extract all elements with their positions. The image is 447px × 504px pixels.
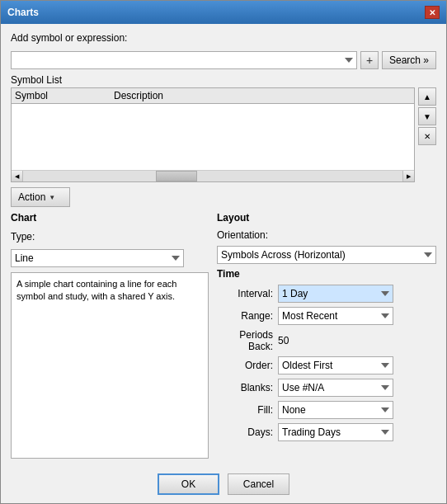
action-label: Action bbox=[18, 191, 45, 203]
chart-section-title: Chart bbox=[11, 212, 209, 224]
range-label: Range: bbox=[217, 310, 273, 322]
blanks-label: Blanks: bbox=[217, 382, 273, 393]
symbol-list-section: Symbol List Symbol Description ◀ ▶ bbox=[11, 74, 436, 182]
scroll-thumb[interactable] bbox=[156, 171, 197, 181]
chart-description: A simple chart containing a line for eac… bbox=[11, 272, 209, 459]
chart-type-select[interactable]: Line bbox=[11, 249, 184, 267]
symbol-list-area: Symbol Description ◀ ▶ ▲ ▼ ✕ bbox=[11, 87, 436, 182]
search-button[interactable]: Search » bbox=[382, 51, 436, 69]
chart-type-select-row: Line bbox=[11, 249, 209, 267]
layout-section: Layout Orientation: Symbols Across (Hori… bbox=[217, 212, 436, 264]
cancel-button[interactable]: Cancel bbox=[228, 473, 289, 495]
add-symbol-label: Add symbol or expression: bbox=[11, 32, 436, 44]
fill-select[interactable]: None bbox=[278, 401, 393, 419]
interval-label: Interval: bbox=[217, 288, 273, 299]
layout-title: Layout bbox=[217, 212, 436, 224]
close-button[interactable]: ✕ bbox=[425, 6, 440, 19]
ok-button[interactable]: OK bbox=[158, 473, 219, 495]
interval-row: Interval: 1 Day bbox=[217, 285, 436, 303]
days-label: Days: bbox=[217, 426, 273, 438]
chart-section: Chart Type: Line A simple chart containi… bbox=[11, 212, 209, 459]
symbol-list-label: Symbol List bbox=[11, 74, 436, 86]
action-button-area: Action ▼ bbox=[11, 187, 436, 207]
fill-label: Fill: bbox=[217, 404, 273, 416]
move-down-button[interactable]: ▼ bbox=[418, 107, 436, 125]
scroll-track[interactable] bbox=[23, 171, 402, 181]
scroll-right-arrow[interactable]: ▶ bbox=[402, 171, 414, 182]
horizontal-scrollbar[interactable]: ◀ ▶ bbox=[12, 170, 414, 181]
action-arrow-icon: ▼ bbox=[49, 194, 55, 201]
range-row: Range: Most Recent bbox=[217, 307, 436, 325]
periods-value: 50 bbox=[278, 335, 289, 346]
interval-select[interactable]: 1 Day bbox=[278, 285, 393, 303]
blanks-row: Blanks: Use #N/A bbox=[217, 379, 436, 397]
orientation-label: Orientation: bbox=[217, 229, 436, 241]
main-content: Add symbol or expression: + Search » Sym… bbox=[1, 24, 446, 467]
action-button[interactable]: Action ▼ bbox=[11, 187, 70, 207]
days-select[interactable]: Trading Days bbox=[278, 423, 393, 441]
symbol-expression-input[interactable] bbox=[11, 51, 357, 69]
bottom-bar: OK Cancel bbox=[1, 467, 446, 503]
chart-type-label: Type: bbox=[11, 231, 35, 243]
symbol-column-header: Symbol bbox=[15, 90, 114, 101]
range-select[interactable]: Most Recent bbox=[278, 307, 393, 325]
chart-type-row: Type: bbox=[11, 231, 209, 243]
order-row: Order: Oldest First bbox=[217, 356, 436, 374]
add-symbol-row: + Search » bbox=[11, 51, 436, 69]
window-title: Charts bbox=[7, 7, 39, 18]
time-section: Time Interval: 1 Day Range: Most Recent bbox=[217, 268, 436, 443]
list-side-buttons: ▲ ▼ ✕ bbox=[418, 87, 436, 182]
two-column-section: Chart Type: Line A simple chart containi… bbox=[11, 212, 436, 459]
order-label: Order: bbox=[217, 360, 273, 371]
add-plus-button[interactable]: + bbox=[360, 51, 379, 69]
title-bar: Charts ✕ bbox=[1, 1, 446, 24]
days-row: Days: Trading Days bbox=[217, 423, 436, 441]
move-up-button[interactable]: ▲ bbox=[418, 87, 436, 106]
orientation-select[interactable]: Symbols Across (Horizontal) bbox=[217, 246, 436, 264]
charts-dialog: Charts ✕ Add symbol or expression: + Sea… bbox=[0, 0, 447, 504]
time-title: Time bbox=[217, 268, 436, 280]
order-select[interactable]: Oldest First bbox=[278, 356, 393, 374]
scroll-left-arrow[interactable]: ◀ bbox=[12, 171, 23, 182]
fill-row: Fill: None bbox=[217, 401, 436, 419]
blanks-select[interactable]: Use #N/A bbox=[278, 379, 393, 397]
symbol-table: Symbol Description ◀ ▶ bbox=[11, 87, 415, 182]
delete-button[interactable]: ✕ bbox=[418, 127, 436, 145]
table-header: Symbol Description bbox=[12, 88, 414, 104]
periods-label: Periods Back: bbox=[217, 329, 273, 352]
table-body bbox=[12, 104, 414, 170]
right-column: Layout Orientation: Symbols Across (Hori… bbox=[217, 212, 436, 459]
description-column-header: Description bbox=[114, 90, 411, 101]
periods-row: Periods Back: 50 bbox=[217, 329, 436, 352]
